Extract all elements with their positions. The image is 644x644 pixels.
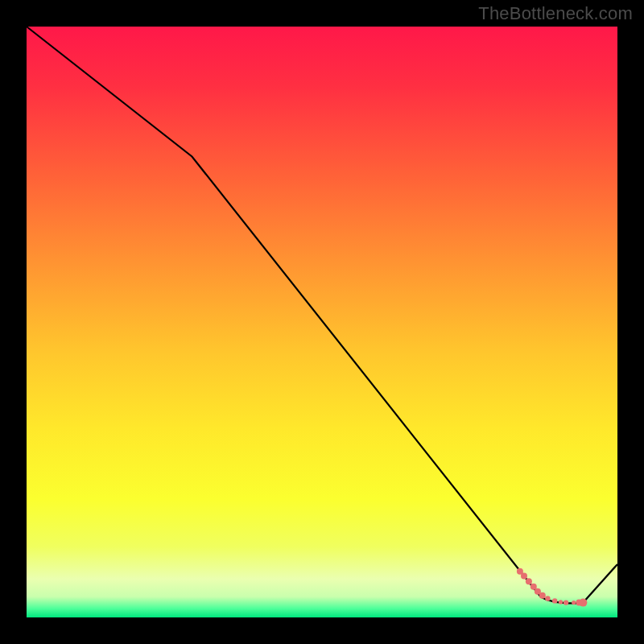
marker-dot bbox=[572, 601, 576, 605]
marker-dot bbox=[564, 600, 568, 605]
marker-dot bbox=[521, 573, 527, 580]
watermark-label: TheBottleneck.com bbox=[478, 3, 633, 24]
marker-dot bbox=[579, 599, 587, 607]
marker-dot bbox=[545, 596, 550, 601]
marker-dot bbox=[552, 598, 557, 603]
bottleneck-chart bbox=[0, 0, 644, 644]
marker-dot bbox=[539, 592, 546, 599]
marker-dot bbox=[526, 578, 532, 584]
chart-frame: TheBottleneck.com bbox=[0, 0, 644, 644]
marker-dot bbox=[559, 600, 563, 604]
